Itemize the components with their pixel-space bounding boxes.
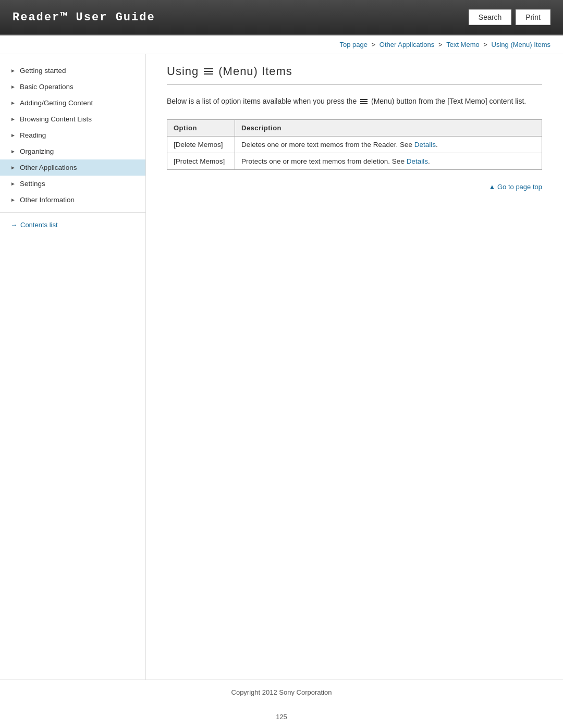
copyright-text: Copyright 2012 Sony Corporation: [231, 688, 332, 696]
option-protect-memos: [Protect Memos]: [167, 153, 235, 170]
chevron-right-icon: ►: [10, 100, 16, 106]
table-row: [Delete Memos] Deletes one or more text …: [167, 137, 542, 153]
page-top-section: ▲ Go to page top: [167, 182, 542, 191]
sidebar: ► Getting started ► Basic Operations ► A…: [0, 54, 146, 680]
breadcrumb-link-other-apps[interactable]: Other Applications: [380, 41, 435, 48]
main-content: Using (Menu) Items Below is a list of op…: [146, 54, 563, 680]
sidebar-item-other-information[interactable]: ► Other Information: [0, 192, 145, 208]
chevron-right-icon: ►: [10, 197, 16, 203]
breadcrumb-link-current[interactable]: Using (Menu) Items: [492, 41, 550, 48]
header-buttons: Search Print: [469, 9, 550, 25]
site-title: Reader™ User Guide: [13, 11, 155, 24]
option-delete-memos: [Delete Memos]: [167, 137, 235, 153]
footer: Copyright 2012 Sony Corporation: [0, 680, 563, 705]
chevron-right-icon: ►: [10, 116, 16, 122]
description-delete-memos: Deletes one or more text memos from the …: [235, 137, 542, 153]
chevron-right-icon: ►: [10, 84, 16, 90]
menu-icon: [204, 68, 213, 75]
breadcrumb: Top page > Other Applications > Text Mem…: [0, 35, 563, 54]
sidebar-item-settings[interactable]: ► Settings: [0, 176, 145, 192]
print-button[interactable]: Print: [516, 9, 550, 25]
chevron-right-icon: ►: [10, 132, 16, 138]
chevron-right-icon: ►: [10, 181, 16, 187]
description-protect-memos: Protects one or more text memos from del…: [235, 153, 542, 170]
sidebar-item-getting-started[interactable]: ► Getting started: [0, 63, 145, 79]
options-table: Option Description [Delete Memos] Delete…: [167, 119, 542, 170]
sidebar-footer: → Contents list: [0, 212, 145, 237]
page-number: 125: [0, 705, 563, 728]
chevron-right-icon: ►: [10, 149, 16, 154]
sidebar-item-adding-content[interactable]: ► Adding/Getting Content: [0, 95, 145, 111]
sidebar-item-browsing[interactable]: ► Browsing Content Lists: [0, 111, 145, 127]
breadcrumb-link-text-memo[interactable]: Text Memo: [446, 41, 480, 48]
chevron-right-icon: ►: [10, 165, 16, 170]
breadcrumb-link-top[interactable]: Top page: [339, 41, 368, 48]
table-row: [Protect Memos] Protects one or more tex…: [167, 153, 542, 170]
search-button[interactable]: Search: [469, 9, 511, 25]
page-title: Using (Menu) Items: [167, 65, 542, 85]
page-title-suffix: (Menu) Items: [218, 65, 292, 78]
inline-menu-icon: [360, 99, 368, 104]
col-header-description: Description: [235, 120, 542, 137]
sidebar-item-basic-operations[interactable]: ► Basic Operations: [0, 79, 145, 95]
go-to-page-top-link[interactable]: ▲ Go to page top: [489, 183, 543, 191]
chevron-right-icon: ►: [10, 68, 16, 73]
sidebar-item-reading[interactable]: ► Reading: [0, 127, 145, 143]
sidebar-item-organizing[interactable]: ► Organizing: [0, 143, 145, 159]
layout: ► Getting started ► Basic Operations ► A…: [0, 54, 563, 680]
page-title-prefix: Using: [167, 65, 199, 78]
sidebar-item-other-applications[interactable]: ► Other Applications: [0, 159, 145, 176]
arrow-right-icon: →: [10, 221, 17, 229]
details-link-delete[interactable]: Details: [414, 141, 436, 149]
contents-list-link[interactable]: → Contents list: [10, 221, 135, 229]
intro-paragraph: Below is a list of option items availabl…: [167, 95, 542, 107]
details-link-protect[interactable]: Details: [407, 157, 428, 165]
col-header-option: Option: [167, 120, 235, 137]
header: Reader™ User Guide Search Print: [0, 0, 563, 35]
